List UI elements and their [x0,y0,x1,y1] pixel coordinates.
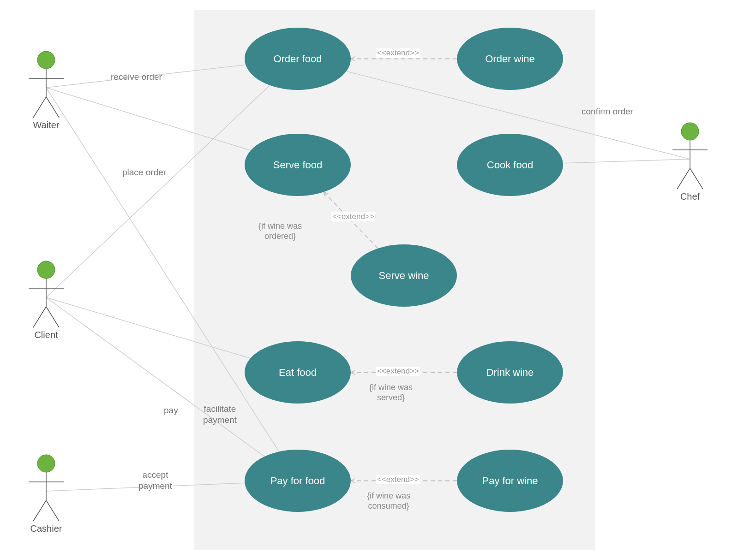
actor-waiter [29,51,64,118]
usecase-serve_food: Serve food [245,134,351,196]
association-label: receive order [111,71,162,83]
usecase-pay_food: Pay for food [245,450,351,512]
extend-guard-label: {if wine was served} [369,383,413,403]
actor-label-client: Client [23,330,69,340]
actor-chef [672,123,708,189]
association-label: pay [164,405,178,416]
usecase-cook_food: Cook food [457,134,563,196]
actor-label-chef: Chef [667,191,713,202]
actor-label-waiter: Waiter [23,120,69,131]
diagram-canvas: Order foodOrder wineServe foodCook foodS… [0,0,756,558]
actor-cashier [29,455,64,521]
extend-stereotype-label: <<extend>> [376,367,420,376]
usecase-serve_wine: Serve wine [351,244,457,307]
usecase-pay_wine: Pay for wine [457,450,563,512]
extend-stereotype-label: <<extend>> [376,475,420,484]
extend-stereotype-label: <<extend>> [331,212,375,221]
extend-guard-label: {if wine was consumed} [367,491,410,511]
actor-label-cashier: Cashier [23,523,69,534]
usecase-drink_wine: Drink wine [457,341,563,404]
svg-point-1 [37,261,55,279]
association-label: facilitate payment [203,404,237,426]
extend-guard-label: {if wine was ordered} [258,221,302,241]
association-label: place order [122,167,166,178]
actor-client [29,261,64,327]
svg-point-0 [37,51,55,69]
usecase-order_food: Order food [245,28,351,90]
extend-stereotype-label: <<extend>> [376,48,420,58]
svg-point-2 [37,455,55,472]
usecase-eat_food: Eat food [245,341,351,404]
association-label: accept payment [138,469,172,492]
association-label: confirm order [582,106,633,117]
svg-point-3 [681,123,699,140]
usecase-order_wine: Order wine [457,28,563,90]
